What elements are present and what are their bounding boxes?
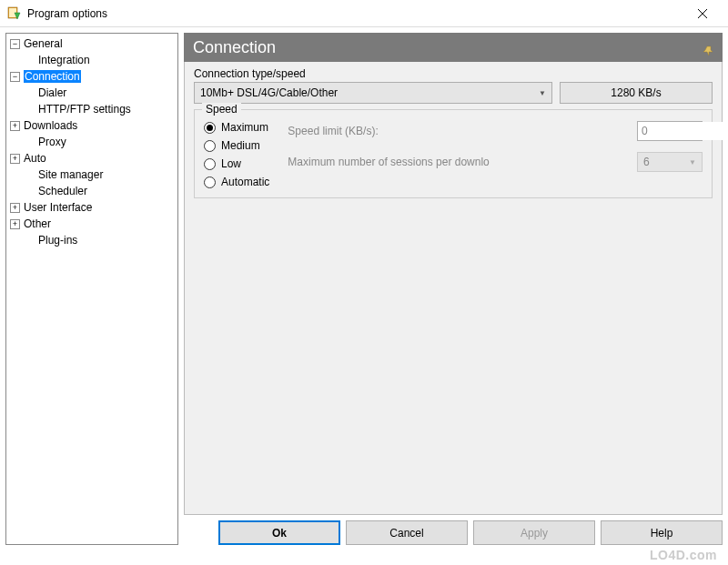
close-icon bbox=[698, 9, 707, 18]
tree-item-integration[interactable]: Integration bbox=[6, 52, 177, 68]
speed-radio-group: Maximum Medium Low Automatic bbox=[204, 117, 269, 188]
radio-icon bbox=[204, 140, 216, 152]
chevron-down-icon: ▼ bbox=[539, 89, 546, 97]
watermark: LO4D.com bbox=[650, 548, 717, 562]
tree-item-http-ftp[interactable]: HTTP/FTP settings bbox=[6, 101, 177, 117]
collapse-icon[interactable]: − bbox=[10, 72, 20, 82]
radio-medium[interactable]: Medium bbox=[204, 139, 269, 152]
connection-type-combo[interactable]: 10Mb+ DSL/4G/Cable/Other ▼ bbox=[194, 82, 552, 104]
tree-item-auto[interactable]: + Auto bbox=[6, 150, 177, 166]
window-title: Program options bbox=[27, 7, 684, 20]
panel-title: Connection bbox=[193, 38, 276, 57]
close-button[interactable] bbox=[684, 1, 721, 26]
radio-maximum[interactable]: Maximum bbox=[204, 121, 269, 134]
tree-item-downloads[interactable]: + Downloads bbox=[6, 117, 177, 134]
panel-body: Connection type/speed 10Mb+ DSL/4G/Cable… bbox=[184, 62, 723, 515]
dialog-buttons: Ok Cancel Apply Help bbox=[184, 520, 723, 545]
tree-item-other[interactable]: + Other bbox=[6, 216, 177, 232]
cancel-button[interactable]: Cancel bbox=[346, 520, 468, 545]
tree-item-proxy[interactable]: Proxy bbox=[6, 134, 177, 150]
expand-icon[interactable]: + bbox=[10, 154, 20, 164]
tree-item-plugins[interactable]: Plug-ins bbox=[6, 232, 177, 248]
radio-low[interactable]: Low bbox=[204, 157, 269, 170]
tree-item-dialer[interactable]: Dialer bbox=[6, 85, 177, 101]
titlebar: Program options bbox=[0, 0, 728, 27]
radio-automatic[interactable]: Automatic bbox=[204, 176, 269, 188]
speed-limit-label: Speed limit (KB/s): bbox=[288, 125, 630, 137]
expand-icon[interactable]: + bbox=[10, 203, 20, 213]
content-area: − General Integration − Connection Diale… bbox=[0, 27, 728, 550]
connection-type-label: Connection type/speed bbox=[194, 67, 713, 80]
pin-icon[interactable] bbox=[703, 42, 713, 53]
help-button[interactable]: Help bbox=[601, 520, 723, 545]
speed-fieldset: Speed Maximum Medium Low bbox=[194, 109, 713, 198]
sessions-combo[interactable]: 6 ▼ bbox=[637, 152, 703, 172]
radio-icon bbox=[204, 177, 216, 188]
tree-item-general[interactable]: − General bbox=[6, 35, 177, 52]
panel-header: Connection bbox=[184, 33, 723, 62]
tree-item-site-manager[interactable]: Site manager bbox=[6, 166, 177, 183]
expand-icon[interactable]: + bbox=[10, 219, 20, 229]
tree-item-scheduler[interactable]: Scheduler bbox=[6, 183, 177, 199]
expand-icon[interactable]: + bbox=[10, 121, 20, 131]
radio-icon bbox=[204, 122, 216, 134]
speed-limit-input[interactable] bbox=[638, 122, 728, 140]
tree-item-connection[interactable]: − Connection bbox=[6, 68, 177, 85]
sessions-label: Maximum number of sessions per downlo bbox=[288, 156, 630, 168]
apply-button: Apply bbox=[473, 520, 595, 545]
connection-type-value: 10Mb+ DSL/4G/Cable/Other bbox=[200, 86, 539, 99]
speed-display: 1280 KB/s bbox=[560, 82, 713, 104]
tree-item-user-interface[interactable]: + User Interface bbox=[6, 199, 177, 216]
ok-button[interactable]: Ok bbox=[218, 520, 340, 545]
settings-pane: Connection Connection type/speed 10Mb+ D… bbox=[184, 33, 723, 545]
chevron-down-icon: ▼ bbox=[689, 158, 696, 166]
speed-legend: Speed bbox=[202, 103, 241, 116]
options-tree[interactable]: − General Integration − Connection Diale… bbox=[5, 33, 178, 545]
collapse-icon[interactable]: − bbox=[10, 39, 20, 49]
app-icon bbox=[7, 6, 22, 21]
speed-limit-spinner[interactable]: ▲ ▼ bbox=[637, 121, 703, 141]
radio-icon bbox=[204, 158, 216, 170]
